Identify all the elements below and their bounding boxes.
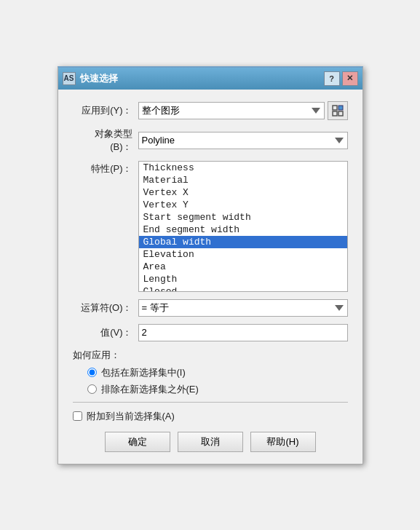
button-row: 确定 取消 帮助(H) — [73, 432, 348, 455]
help-title-button[interactable]: ? — [324, 71, 340, 86]
dialog-title: 快速选择 — [80, 72, 118, 85]
how-apply-section: 如何应用： 包括在新选择集中(I) 排除在新选择集之外(E) — [73, 349, 348, 396]
list-item[interactable]: Start segment width — [139, 211, 347, 224]
properties-label: 特性(P)： — [73, 161, 138, 175]
help-button[interactable]: 帮助(H) — [250, 432, 316, 452]
quick-select-dialog: AS 快速选择 ? ✕ 应用到(Y)： 整个图形 当前选择集 — [58, 66, 363, 464]
properties-listbox[interactable]: Thickness Material Vertex X Vertex Y Sta… — [138, 161, 348, 292]
apply-to-label: 应用到(Y)： — [73, 104, 138, 117]
svg-rect-2 — [333, 111, 337, 116]
list-item[interactable]: Area — [139, 261, 347, 273]
ok-button[interactable]: 确定 — [105, 432, 170, 452]
list-item[interactable]: Closed — [139, 285, 347, 292]
list-item[interactable]: Vertex Y — [139, 199, 347, 211]
object-type-dropdown[interactable]: Polyline Line Circle — [138, 132, 348, 149]
exclude-radio-row: 排除在新选择集之外(E) — [87, 383, 348, 396]
app-icon-text: AS — [64, 74, 74, 82]
close-title-button[interactable]: ✕ — [342, 71, 358, 86]
object-type-control: Polyline Line Circle — [138, 132, 348, 149]
append-checkbox-label[interactable]: 附加到当前选择集(A) — [87, 410, 175, 423]
list-item[interactable]: Material — [139, 174, 347, 186]
operator-row: 运算符(O)： = 等于 != 不等于 > 大于 < 小于 — [73, 299, 348, 317]
list-item[interactable]: End segment width — [139, 224, 347, 236]
svg-rect-0 — [333, 106, 337, 110]
title-bar-left: AS 快速选择 — [63, 72, 118, 85]
exclude-radio[interactable] — [87, 384, 97, 394]
list-item[interactable]: Elevation — [139, 248, 347, 261]
append-checkbox-row: 附加到当前选择集(A) — [73, 410, 348, 423]
object-type-row: 对象类型(B)： Polyline Line Circle — [73, 127, 348, 154]
apply-to-row: 应用到(Y)： 整个图形 当前选择集 — [73, 101, 348, 120]
apply-to-dropdown[interactable]: 整个图形 当前选择集 — [138, 102, 325, 119]
apply-to-control: 整个图形 当前选择集 — [138, 101, 348, 120]
title-bar-buttons: ? ✕ — [324, 71, 358, 86]
include-radio-label[interactable]: 包括在新选择集中(I) — [101, 366, 186, 379]
append-checkbox[interactable] — [73, 411, 82, 421]
exclude-radio-label[interactable]: 排除在新选择集之外(E) — [101, 383, 199, 396]
app-icon: AS — [63, 72, 76, 85]
svg-rect-3 — [338, 111, 343, 116]
value-label: 值(V)： — [73, 326, 138, 339]
list-item-selected[interactable]: Global width — [139, 236, 347, 248]
value-row: 值(V)： — [73, 324, 348, 341]
how-apply-label: 如何应用： — [73, 349, 348, 362]
svg-rect-1 — [338, 106, 343, 110]
operator-label: 运算符(O)： — [73, 301, 138, 315]
value-control — [138, 324, 348, 341]
object-type-label: 对象类型(B)： — [73, 127, 138, 154]
title-bar: AS 快速选择 ? ✕ — [58, 68, 362, 90]
operator-dropdown[interactable]: = 等于 != 不等于 > 大于 < 小于 — [138, 299, 348, 317]
select-icon-button[interactable] — [328, 101, 348, 120]
radio-group: 包括在新选择集中(I) 排除在新选择集之外(E) — [87, 366, 348, 396]
value-input[interactable] — [138, 324, 348, 341]
operator-control: = 等于 != 不等于 > 大于 < 小于 — [138, 299, 348, 317]
list-item[interactable]: Length — [139, 273, 347, 285]
include-radio-row: 包括在新选择集中(I) — [87, 366, 348, 379]
properties-area: 特性(P)： Thickness Material Vertex X Verte… — [73, 161, 348, 292]
separator — [73, 402, 348, 403]
list-item[interactable]: Thickness — [139, 162, 347, 174]
list-item[interactable]: Vertex X — [139, 186, 347, 199]
dialog-content: 应用到(Y)： 整个图形 当前选择集 对象类型(B)： — [58, 90, 362, 464]
cancel-button[interactable]: 取消 — [178, 432, 243, 452]
include-radio[interactable] — [87, 368, 97, 377]
